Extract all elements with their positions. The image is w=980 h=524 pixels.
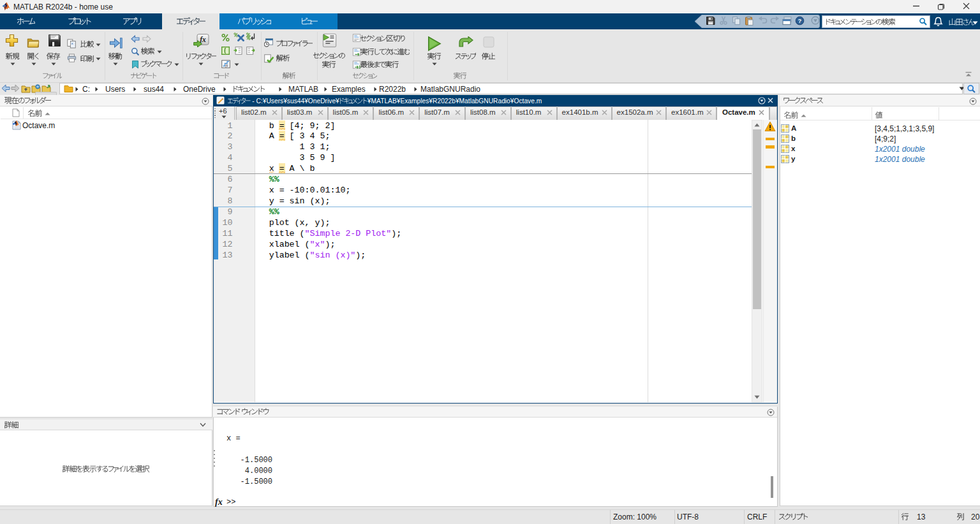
svg-text:fx: fx bbox=[200, 36, 206, 44]
svg-text:fi: fi bbox=[226, 63, 228, 68]
svg-text:?: ? bbox=[798, 17, 802, 24]
